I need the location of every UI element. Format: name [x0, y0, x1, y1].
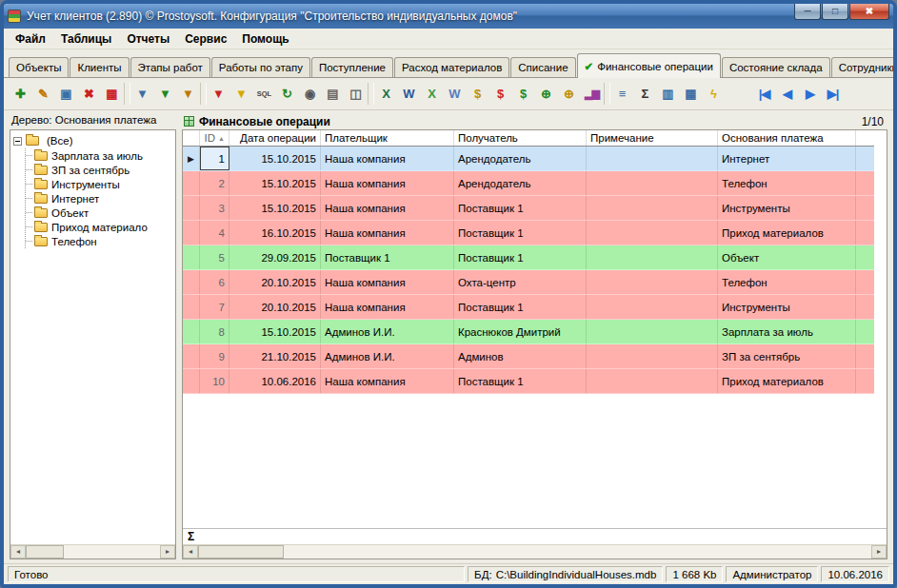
add-record-button[interactable]: ✚	[10, 83, 31, 105]
scroll-left-button[interactable]: ◂	[183, 545, 198, 559]
column-header-basis[interactable]: Основания платежа	[718, 130, 856, 146]
filter-button[interactable]: ▼	[131, 83, 153, 105]
nav-first-button[interactable]: |◀	[753, 83, 775, 105]
table-row[interactable]: 10 10.06.2016 Наша компания Поставщик 1 …	[183, 369, 874, 394]
table-row[interactable]: 2 15.10.2015 Наша компания Арендодатель …	[183, 171, 874, 196]
cell-filler	[856, 295, 874, 319]
menu-item[interactable]: Помощь	[234, 30, 296, 48]
table-row[interactable]: 9 21.10.2015 Админов И.И. Админов ЗП за …	[183, 344, 874, 369]
table-row[interactable]: 3 15.10.2015 Наша компания Поставщик 1 И…	[183, 196, 874, 221]
menu-item[interactable]: Таблицы	[53, 30, 119, 48]
tab[interactable]: Клиенты	[70, 57, 129, 77]
table-row[interactable]: 5 29.09.2015 Поставщик 1 Поставщик 1 Объ…	[183, 245, 874, 270]
tree-box: (Все) Зарплата за июль ЗП за сентябрь	[10, 129, 176, 559]
nav-last-button[interactable]: ▶|	[822, 83, 844, 105]
menu-item[interactable]: Файл	[8, 30, 53, 48]
toolbar-button-icon: ▶|	[827, 88, 839, 100]
column-header-date[interactable]: Дата операции	[229, 130, 321, 146]
money-expense-button[interactable]: $	[489, 83, 511, 105]
close-button[interactable]: ✖	[849, 4, 889, 20]
scroll-right-button[interactable]: ▸	[871, 545, 887, 559]
toolbar-button-icon: SQL	[257, 90, 271, 98]
money-income-button[interactable]: $	[467, 83, 488, 105]
table-row[interactable]: 7 20.10.2015 Наша компания Поставщик 1 И…	[183, 295, 874, 320]
table-row[interactable]: 1 15.10.2015 Наша компания Арендодатель …	[183, 147, 874, 171]
card-view-button[interactable]: ▥	[657, 83, 679, 105]
scroll-track[interactable]	[64, 545, 160, 559]
group-tree-button[interactable]: ≡	[611, 83, 633, 105]
print-button[interactable]: ▤	[322, 83, 344, 105]
menu-bar: Файл Таблицы Отчеты Сервис Помощь	[4, 29, 893, 49]
export-word-button[interactable]: W	[398, 83, 420, 105]
table-row[interactable]: 6 20.10.2015 Наша компания Охта-центр Те…	[183, 270, 874, 295]
minimize-button[interactable]: ─	[794, 4, 821, 20]
edit-record-button[interactable]: ✎	[32, 83, 54, 105]
tree-item[interactable]: Приход материало	[26, 220, 174, 234]
export-excel-button[interactable]: X	[375, 83, 397, 105]
column-header-receiver[interactable]: Получатель	[454, 130, 587, 146]
filter-edit-button[interactable]: ▼	[177, 83, 199, 105]
tree-item[interactable]: Зарплата за июль	[26, 148, 174, 163]
tree-item[interactable]: Телефон	[26, 234, 174, 248]
table-view-button[interactable]: ▦	[680, 83, 702, 105]
filter-clear-button[interactable]: ▼	[208, 83, 229, 105]
filter-by-selection-button[interactable]: ▼	[154, 83, 176, 105]
tree-item[interactable]: Интернет	[26, 191, 174, 206]
tree-item[interactable]: ЗП за сентябрь	[26, 163, 174, 177]
tab[interactable]: ✔ Финансовые операции	[577, 53, 721, 78]
tab-bar: Объекты Клиенты Этапы работ Работы по эт…	[4, 49, 893, 78]
cell-payer: Наша компания	[321, 369, 454, 393]
tab[interactable]: Поступление	[311, 57, 393, 77]
tab[interactable]: Расход материалов	[394, 57, 509, 77]
exchange-rates-button[interactable]: $	[512, 83, 534, 105]
column-header-note[interactable]: Примечание	[587, 130, 718, 146]
nav-next-button[interactable]: ▶	[799, 83, 821, 105]
scroll-thumb[interactable]	[26, 545, 64, 559]
column-header-payer[interactable]: Плательщик	[321, 130, 454, 146]
delete-all-records-button[interactable]: ▦	[101, 83, 123, 105]
nav-prev-button[interactable]: ◀	[776, 83, 798, 105]
scroll-right-button[interactable]: ▸	[160, 545, 175, 559]
tree-item[interactable]: Инструменты	[26, 177, 174, 191]
close-icon: ✖	[866, 7, 873, 16]
hotkeys-button[interactable]: ϟ	[703, 83, 725, 105]
scroll-track[interactable]	[284, 545, 871, 559]
maximize-button[interactable]: □	[822, 4, 848, 20]
tab[interactable]: Этапы работ	[130, 57, 210, 77]
web-report-button[interactable]: ⊕	[558, 83, 580, 105]
scroll-thumb[interactable]	[198, 545, 284, 559]
totals-button[interactable]: Σ	[634, 83, 656, 105]
scroll-left-button[interactable]: ◂	[10, 545, 26, 559]
export-excel-template-button[interactable]: X	[421, 83, 443, 105]
grid-horizontal-scrollbar[interactable]: ◂ ▸	[183, 544, 887, 559]
print-preview-button[interactable]: ◫	[345, 83, 367, 105]
export-word-template-button[interactable]: W	[444, 83, 466, 105]
sql-filter-button[interactable]: SQL	[253, 83, 275, 105]
toolbar-button-icon: ✖	[84, 88, 94, 100]
tab[interactable]: Объекты	[9, 57, 69, 77]
delete-record-button[interactable]: ✖	[78, 83, 100, 105]
tree-horizontal-scrollbar[interactable]: ◂ ▸	[10, 544, 175, 559]
menu-item[interactable]: Сервис	[177, 30, 234, 48]
filter-saved-button[interactable]: ▼	[230, 83, 252, 105]
cell-receiver: Поставщик 1	[454, 221, 587, 245]
tab[interactable]: Сотрудники	[831, 57, 897, 77]
refresh-button[interactable]: ↻	[276, 83, 298, 105]
search-button[interactable]: ◉	[299, 83, 321, 105]
tab[interactable]: Состояние склада	[722, 57, 830, 77]
table-row[interactable]: 8 15.10.2015 Админов И.И. Краснюков Дмит…	[183, 320, 874, 344]
table-row[interactable]: 4 16.10.2015 Наша компания Поставщик 1 П…	[183, 221, 874, 245]
web-publish-button[interactable]: ⊕	[535, 83, 557, 105]
menu-item[interactable]: Отчеты	[119, 30, 177, 48]
chart-button[interactable]: ▂▆	[581, 83, 603, 105]
tab[interactable]: Списание	[510, 57, 575, 77]
tab[interactable]: Работы по этапу	[211, 57, 310, 77]
tree-root-item[interactable]: (Все)	[13, 133, 174, 148]
tree-collapse-icon[interactable]	[13, 137, 22, 146]
cell-payer: Наша компания	[321, 171, 454, 195]
title-bar[interactable]: Учет клиентов (2.890) © Prostoysoft. Кон…	[4, 4, 893, 29]
copy-record-button[interactable]: ▣	[55, 83, 77, 105]
tree-item[interactable]: Объект	[26, 206, 174, 220]
column-header-id[interactable]: ID ▲	[200, 130, 229, 146]
cell-id: 6	[200, 270, 229, 294]
